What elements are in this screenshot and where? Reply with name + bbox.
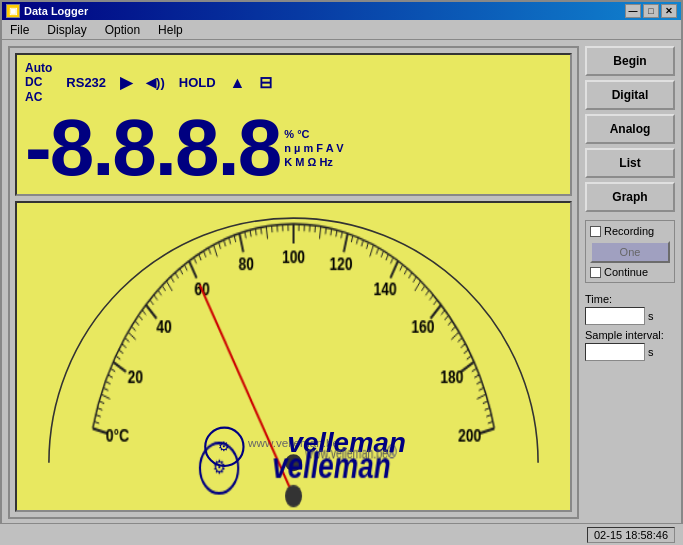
rs232-label: RS232: [66, 75, 106, 90]
number-display: -8.8.8.8: [25, 108, 280, 188]
time-unit: s: [648, 310, 654, 322]
one-button[interactable]: One: [590, 241, 670, 263]
auto-label: Auto: [25, 61, 52, 75]
time-label: Time:: [585, 293, 675, 305]
menu-file[interactable]: File: [6, 22, 33, 38]
speaker-icon: ◀)): [146, 75, 165, 90]
left-panel: Auto DC AC RS232 ▶ ◀)) HOLD ▲ ⊟ -8.8.8.8…: [8, 46, 579, 519]
menu-help[interactable]: Help: [154, 22, 187, 38]
big-number: -8.8.8.8: [25, 108, 280, 188]
time-input[interactable]: [585, 307, 645, 325]
units-line1: % °C: [284, 127, 343, 141]
app-icon: ▣: [6, 4, 20, 18]
title-bar: ▣ Data Logger — □ ✕: [2, 2, 681, 20]
minimize-button[interactable]: —: [625, 4, 641, 18]
continue-label: Continue: [604, 266, 648, 278]
main-layout: Auto DC AC RS232 ▶ ◀)) HOLD ▲ ⊟ -8.8.8.8…: [2, 40, 681, 525]
ac-label: AC: [25, 90, 52, 104]
menu-display[interactable]: Display: [43, 22, 90, 38]
units-line3: K M Ω Hz: [284, 155, 343, 169]
sample-interval-label: Sample interval:: [585, 329, 675, 341]
maximize-button[interactable]: □: [643, 4, 659, 18]
time-group: Time: s: [585, 293, 675, 325]
begin-button[interactable]: Begin: [585, 46, 675, 76]
arrow-icon: ▶: [120, 73, 132, 92]
status-row: Auto DC AC RS232 ▶ ◀)) HOLD ▲ ⊟: [25, 61, 562, 104]
title-text: Data Logger: [24, 5, 88, 17]
sample-unit: s: [648, 346, 654, 358]
status-bar: 02-15 18:58:46: [0, 523, 683, 545]
battery-icon: ⊟: [259, 73, 272, 92]
units-line2: n µ m F A V: [284, 141, 343, 155]
continue-checkbox[interactable]: [590, 267, 601, 278]
hold-label: HOLD: [179, 75, 216, 90]
right-panel: Begin Digital Analog List Graph Recordin…: [585, 46, 675, 519]
close-button[interactable]: ✕: [661, 4, 677, 18]
sample-input-row: s: [585, 343, 675, 361]
digital-display: Auto DC AC RS232 ▶ ◀)) HOLD ▲ ⊟ -8.8.8.8…: [15, 53, 572, 196]
recording-checkbox[interactable]: [590, 226, 601, 237]
recording-label: Recording: [604, 225, 654, 237]
menu-option[interactable]: Option: [101, 22, 144, 38]
analog-button[interactable]: Analog: [585, 114, 675, 144]
graph-button[interactable]: Graph: [585, 182, 675, 212]
recording-label-row: Recording: [590, 225, 670, 237]
recording-group: Recording One Continue: [585, 220, 675, 283]
auto-dc-ac: Auto DC AC: [25, 61, 52, 104]
menu-bar: File Display Option Help: [2, 20, 681, 40]
analog-display: www.velleman.be velleman ⚙: [15, 201, 572, 512]
list-button[interactable]: List: [585, 148, 675, 178]
status-timestamp: 02-15 18:58:46: [587, 527, 675, 543]
title-controls[interactable]: — □ ✕: [625, 4, 677, 18]
sample-interval-group: Sample interval: s: [585, 329, 675, 361]
dc-label: DC: [25, 75, 52, 89]
triangle-icon: ▲: [230, 74, 246, 92]
units-column: % °C n µ m F A V K M Ω Hz: [284, 127, 343, 170]
sample-interval-input[interactable]: [585, 343, 645, 361]
digital-button[interactable]: Digital: [585, 80, 675, 110]
time-input-row: s: [585, 307, 675, 325]
